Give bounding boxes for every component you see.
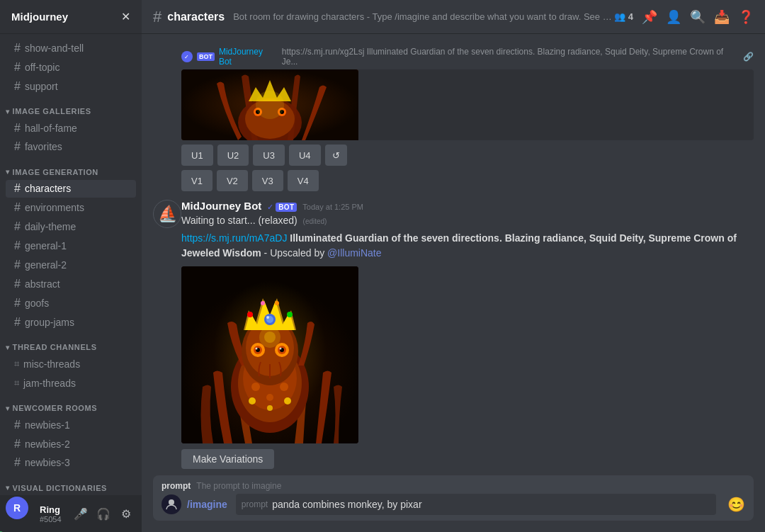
sidebar-item-show-and-tell[interactable]: # show-and-tell <box>6 39 136 57</box>
sidebar-item-favorites[interactable]: # favorites <box>6 138 136 156</box>
sidebar-item-group-jams[interactable]: # group-jams <box>6 313 136 331</box>
image-link[interactable]: https://s.mj.run/mA7aDJ <box>181 232 287 244</box>
channel-label: hall-of-fame <box>25 123 77 134</box>
svg-point-37 <box>249 397 256 404</box>
variation-v1-button[interactable]: V1 <box>181 170 212 191</box>
hash-icon: # <box>14 220 21 233</box>
sidebar-item-hall-of-fame[interactable]: # hall-of-fame <box>6 119 136 137</box>
section-thread-channels[interactable]: ▾ THREAD CHANNELS <box>0 332 142 354</box>
input-avatar <box>162 494 181 514</box>
section-image-galleries[interactable]: ▾ IMAGE GALLERIES <box>0 96 142 118</box>
hash-icon: # <box>14 122 21 135</box>
sidebar-item-abstract[interactable]: # abstract <box>6 276 136 293</box>
upscale-u3-button[interactable]: U3 <box>253 145 285 166</box>
sidebar-item-support[interactable]: # support <box>6 77 136 95</box>
channel-label: newbies-3 <box>25 457 70 468</box>
svg-point-24 <box>287 312 293 317</box>
channel-label: abstract <box>25 278 60 290</box>
sidebar-item-off-topic[interactable]: # off-topic <box>6 58 136 76</box>
inbox-icon[interactable]: 📥 <box>714 9 730 25</box>
sidebar-item-jam-threads[interactable]: ⌗ jam-threads <box>6 374 136 392</box>
hash-icon: # <box>14 278 21 290</box>
channel-header: # characters Bot room for drawing charac… <box>142 0 765 34</box>
upscale-u2-button[interactable]: U2 <box>217 145 249 166</box>
pin-icon[interactable]: 📌 <box>642 9 657 25</box>
message-header-2: MidJourney Bot ✓ BOT Today at 1:25 PM <box>181 200 754 212</box>
main-squid-image <box>181 266 358 443</box>
svg-point-7 <box>256 91 284 119</box>
section-visual-dictionaries[interactable]: ▾ VISUAL DICTIONARIES <box>0 472 142 495</box>
input-area: prompt The prompt to imagine /imagine pr… <box>142 475 765 532</box>
variation-v4-button[interactable]: V4 <box>288 170 319 191</box>
user-panel-icons: 🎤 🎧 ⚙ <box>71 504 136 523</box>
channel-header-name: characters <box>167 11 225 23</box>
upscale-u1-button[interactable]: U1 <box>181 145 213 166</box>
sidebar-item-misc-threads[interactable]: ⌗ misc-threads <box>6 355 136 373</box>
channel-label: off-topic <box>25 62 60 73</box>
help-icon[interactable]: ❓ <box>738 9 754 25</box>
variation-v3-button[interactable]: V3 <box>252 170 283 191</box>
sidebar-item-environments[interactable]: # environments <box>6 199 136 217</box>
collapse-arrow: ▾ <box>6 168 10 176</box>
avatar: R <box>6 497 28 519</box>
collapse-arrow: ▾ <box>6 344 10 351</box>
svg-point-25 <box>261 301 265 305</box>
svg-point-34 <box>280 348 282 350</box>
user-discriminator: #5054 <box>40 515 71 523</box>
sidebar-item-newbies-3[interactable]: # newbies-3 <box>6 454 136 472</box>
sidebar-item-newbies-2[interactable]: # newbies-2 <box>6 435 136 453</box>
refresh-button[interactable]: ↺ <box>325 145 347 166</box>
username: Ring <box>40 504 71 515</box>
prompt-hint: The prompt to imagine <box>196 481 281 491</box>
hash-icon: # <box>14 438 21 451</box>
hash-icon: # <box>14 316 21 329</box>
settings-icon[interactable]: ⚙ <box>116 504 136 523</box>
members-icon: 👥 <box>614 11 625 22</box>
make-variations-button[interactable]: Make Variations <box>181 449 274 469</box>
sidebar-item-general-1[interactable]: # general-1 <box>6 237 136 255</box>
channel-label: general-2 <box>25 259 67 271</box>
section-newcomer-rooms[interactable]: ▾ NEWCOMER ROOMS <box>0 392 142 415</box>
header-actions: 👥 4 📌 👤 🔍 📥 ❓ <box>614 9 754 25</box>
svg-point-39 <box>267 405 273 411</box>
search-icon[interactable]: 🔍 <box>690 9 706 25</box>
member-count: 👥 4 <box>614 11 633 22</box>
slash-command: /imagine <box>187 499 227 510</box>
sidebar-item-general-2[interactable]: # general-2 <box>6 256 136 274</box>
mute-icon[interactable]: 🎤 <box>71 504 91 523</box>
emoji-button[interactable]: 😊 <box>727 496 745 513</box>
prompt-label-row: prompt The prompt to imagine <box>153 475 754 494</box>
hash-icon: # <box>14 61 21 74</box>
hash-icon: # <box>14 297 21 310</box>
hash-icon: # <box>14 182 21 195</box>
sidebar-item-daily-theme[interactable]: # daily-theme <box>6 218 136 236</box>
sidebar-item-characters[interactable]: # characters <box>6 180 136 198</box>
variation-v2-button[interactable]: V2 <box>217 170 248 191</box>
count-value: 4 <box>628 11 633 22</box>
sidebar-item-goofs[interactable]: # goofs <box>6 294 136 312</box>
checkmark-icon: ✓ <box>267 203 273 212</box>
sidebar-item-newbies-1[interactable]: # newbies-1 <box>6 416 136 434</box>
channel-label: goofs <box>25 298 49 309</box>
field-value[interactable]: panda combines monkey, by pixar <box>272 499 421 510</box>
message-status-2: Waiting to start... (relaxed) (edited) <box>181 213 754 228</box>
headphone-icon[interactable]: 🎧 <box>94 504 113 523</box>
bot-avatar: ⛵ <box>153 200 181 228</box>
section-label: NEWCOMER ROOMS <box>13 404 98 412</box>
svg-point-15 <box>266 394 273 401</box>
collapse-arrow: ▾ <box>6 108 10 115</box>
hash-icon: # <box>14 42 21 55</box>
sidebar: Midjourney ✕ # show-and-tell # off-topic… <box>0 0 142 532</box>
user-panel: R Ring #5054 🎤 🎧 ⚙ <box>0 495 142 532</box>
channel-label: support <box>25 81 58 92</box>
section-image-generation[interactable]: ▾ IMAGE GENERATION <box>0 157 142 179</box>
channel-label: general-1 <box>25 240 67 251</box>
channel-label: show-and-tell <box>25 43 84 54</box>
server-header[interactable]: Midjourney ✕ <box>0 0 142 34</box>
prompt-label: prompt <box>162 481 191 491</box>
upscale-u4-button[interactable]: U4 <box>289 145 321 166</box>
channel-hash-icon: # <box>153 8 162 26</box>
prompt-input-box[interactable]: prompt panda combines monkey, by pixar <box>236 494 716 515</box>
hash-icon: # <box>14 259 21 271</box>
members-panel-icon[interactable]: 👤 <box>666 9 681 25</box>
